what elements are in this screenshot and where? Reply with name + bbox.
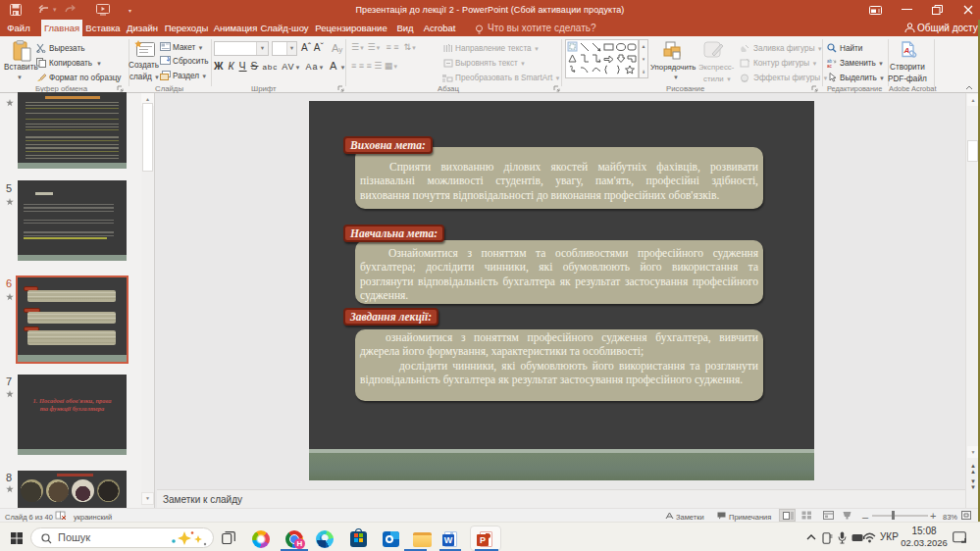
svg-text:A: A: [903, 46, 910, 55]
svg-text:ac: ac: [827, 64, 833, 68]
